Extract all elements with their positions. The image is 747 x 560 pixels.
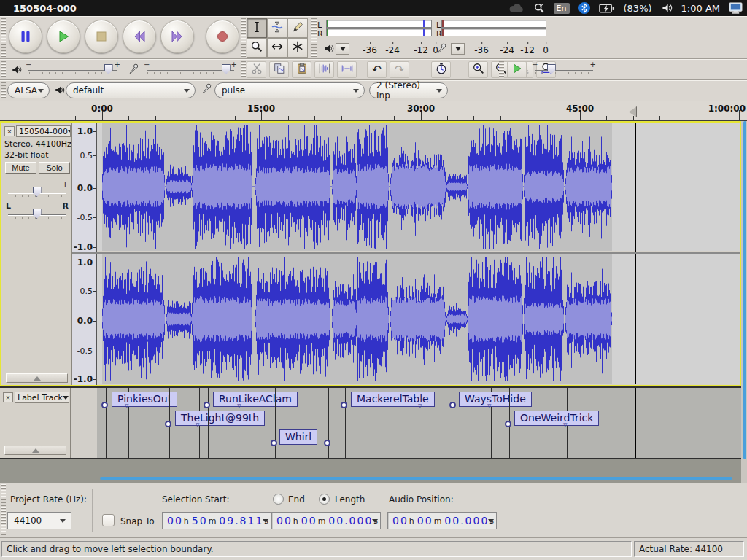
waveform-channel-right[interactable]	[97, 254, 740, 384]
audio-position-field[interactable]: 00h00m00.000s	[387, 512, 497, 529]
timeline-ruler[interactable]: 0:0015:0030:0045:001:00:00	[0, 101, 747, 121]
envelope-tool-button[interactable]	[267, 18, 287, 38]
stop-button[interactable]	[85, 20, 118, 53]
time-digits-m[interactable]: 50	[192, 515, 208, 526]
label-handle-circle[interactable]	[165, 421, 171, 427]
label-handle-circle[interactable]	[271, 440, 277, 446]
pause-button[interactable]	[9, 20, 42, 53]
label-chevron-icon[interactable]: ▿	[196, 420, 200, 429]
label-handle-circle[interactable]	[505, 421, 511, 427]
label-chevron-icon[interactable]: ▿	[563, 420, 568, 429]
time-digits-h[interactable]: 00	[276, 515, 293, 526]
time-digits-s[interactable]: 00.000	[328, 515, 373, 526]
input-volume-slider[interactable]: − +	[143, 61, 238, 77]
end-radio[interactable]	[273, 494, 284, 505]
length-radio[interactable]	[319, 494, 330, 505]
label-handle-circle[interactable]	[324, 440, 330, 446]
sync-lock-button[interactable]	[431, 61, 451, 78]
paste-button[interactable]	[292, 61, 311, 78]
label-handle-circle[interactable]	[449, 402, 456, 408]
trim-outside-button[interactable]	[314, 61, 334, 78]
title-bar[interactable]: 150504-000 En (83%) 1:00 AM	[0, 0, 747, 16]
multi-tool-tool-button[interactable]	[287, 38, 308, 58]
label-box[interactable]: WaysToHide	[459, 392, 532, 407]
label-chevron-icon[interactable]: ▿	[125, 401, 129, 411]
playback-meter[interactable]: LR-36-24-120	[316, 19, 446, 57]
time-digits-s[interactable]: 09.811	[219, 515, 263, 526]
label-chevron-icon[interactable]: ▿	[487, 401, 492, 411]
field-dropdown-arrow-icon[interactable]	[372, 519, 378, 526]
collapse-label-track-button[interactable]	[4, 446, 66, 455]
transcription-toolbar-grip[interactable]	[499, 61, 504, 78]
field-dropdown-arrow-icon[interactable]	[263, 519, 268, 526]
field-dropdown-arrow-icon[interactable]	[488, 519, 494, 526]
selection-length-field[interactable]: 00h00m00.000s	[271, 512, 381, 529]
time-shift-tool-button[interactable]	[267, 38, 287, 58]
playback-speed-slider[interactable]: − +	[531, 61, 597, 77]
label-chevron-icon[interactable]: ▿	[237, 401, 241, 411]
silence-selection-button[interactable]	[337, 61, 357, 78]
battery-icon[interactable]	[599, 3, 615, 14]
label-handle-circle[interactable]	[101, 402, 108, 408]
label-box[interactable]: Whirl	[279, 429, 317, 445]
draw-tool-button[interactable]	[287, 18, 308, 38]
selection-tool-button[interactable]	[247, 18, 267, 38]
device-toolbar-grip[interactable]	[1, 82, 6, 99]
selection-start-field[interactable]: 00h50m09.811s	[162, 512, 271, 529]
record-button[interactable]	[206, 20, 239, 53]
skip-to-end-button[interactable]	[160, 20, 194, 53]
solo-button[interactable]: Solo	[39, 162, 70, 174]
playback-meter-menu-button[interactable]	[336, 43, 349, 55]
vertical-scrollbar[interactable]	[741, 121, 747, 483]
waveform-channel-left[interactable]	[97, 122, 740, 251]
audio-host-select[interactable]: ALSA	[7, 82, 50, 98]
recording-channels-select[interactable]: 2 (Stereo) Inp	[369, 82, 448, 98]
recording-meter-menu-button[interactable]	[451, 43, 465, 55]
labels-area[interactable]: PinkiesOut▿TheLight@99th▿RunLikeAClam▿Wh…	[97, 388, 738, 458]
horizontal-scrollbar[interactable]	[100, 477, 732, 480]
bluetooth-icon[interactable]	[578, 2, 590, 14]
label-chevron-icon[interactable]: ▿	[418, 401, 422, 411]
label-handle-circle[interactable]	[341, 402, 347, 408]
gain-slider[interactable]: − +	[4, 180, 70, 199]
screenshot-icon[interactable]	[533, 2, 545, 14]
mute-button[interactable]: Mute	[5, 162, 36, 174]
transport-toolbar-grip[interactable]	[1, 18, 6, 57]
redo-button[interactable]: ↷	[390, 61, 409, 78]
snap-to-checkbox[interactable]	[102, 514, 115, 526]
mixer-toolbar-grip[interactable]	[1, 61, 6, 78]
selection-toolbar-grip[interactable]	[1, 484, 6, 536]
cloud-icon[interactable]	[508, 3, 525, 13]
undo-button[interactable]: ↶	[367, 61, 387, 78]
time-digits-h[interactable]: 00	[392, 515, 409, 526]
vertical-scrollbar-thumb[interactable]	[743, 121, 746, 459]
time-digits-s[interactable]: 00.000	[444, 515, 489, 526]
time-digits-m[interactable]: 00	[417, 515, 433, 526]
volume-icon[interactable]	[661, 2, 673, 14]
label-track-title-dropdown[interactable]: Label Track	[15, 392, 69, 403]
tools-toolbar-grip[interactable]	[241, 18, 246, 57]
time-digits-m[interactable]: 00	[301, 515, 317, 526]
play-button[interactable]	[47, 20, 80, 53]
project-rate-select[interactable]: 44100	[7, 512, 71, 529]
label-box[interactable]: OneWeirdTrick	[514, 411, 599, 426]
cut-button[interactable]	[247, 61, 266, 78]
label-box[interactable]: TheLight@99th	[175, 411, 265, 426]
skip-to-start-button[interactable]	[123, 20, 156, 53]
label-handle-circle[interactable]	[204, 402, 210, 408]
keyboard-layout-indicator[interactable]: En	[554, 3, 570, 14]
output-volume-slider[interactable]: − +	[25, 61, 121, 77]
zoom-tool-button[interactable]	[247, 38, 267, 58]
play-at-speed-button[interactable]	[507, 61, 527, 78]
zoom-in-button[interactable]	[468, 61, 488, 78]
copy-button[interactable]	[269, 61, 289, 78]
display-icon[interactable]	[729, 2, 743, 15]
recording-meter[interactable]: LR-36-24-120	[433, 19, 557, 57]
track-title-dropdown[interactable]: 150504-000	[16, 125, 71, 137]
pan-slider[interactable]: L R	[4, 202, 70, 221]
label-box[interactable]: PinkiesOut	[112, 392, 177, 407]
recording-device-select[interactable]: pulse	[214, 82, 365, 98]
label-box[interactable]: RunLikeAClam	[213, 392, 298, 407]
close-label-track-button[interactable]: ×	[3, 392, 13, 402]
playback-device-select[interactable]: default	[66, 82, 196, 98]
